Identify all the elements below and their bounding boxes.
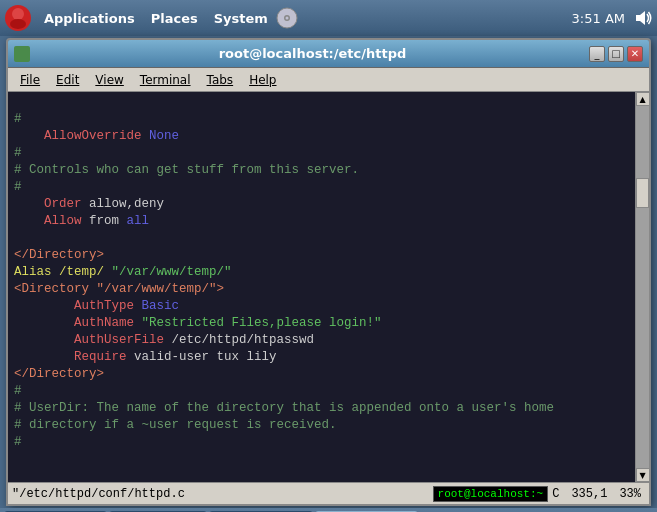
svg-point-2 — [10, 19, 26, 29]
minimize-button[interactable]: _ — [589, 46, 605, 62]
menu-view[interactable]: View — [87, 71, 131, 89]
scroll-up[interactable]: ▲ — [636, 92, 650, 106]
menu-terminal[interactable]: Terminal — [132, 71, 199, 89]
menu-file[interactable]: File — [12, 71, 48, 89]
close-button[interactable]: ✕ — [627, 46, 643, 62]
taskbar-time: 3:51 AM — [572, 11, 625, 26]
statusbar: "/etc/httpd/conf/httpd.c root@localhost:… — [8, 482, 649, 504]
taskbar-applications[interactable]: Applications — [36, 7, 143, 30]
bottom-taskbar: File Manag... $ [root@loc... [Test Page … — [0, 508, 657, 512]
editor-content[interactable]: # AllowOverride None # # Controls who ca… — [8, 92, 635, 482]
scrollbar-track[interactable] — [636, 106, 649, 468]
menu-help[interactable]: Help — [241, 71, 284, 89]
window-controls: _ □ ✕ — [589, 46, 643, 62]
scroll-down[interactable]: ▼ — [636, 468, 650, 482]
menu-tabs[interactable]: Tabs — [199, 71, 242, 89]
status-percent: 33% — [615, 487, 645, 501]
svg-point-5 — [285, 17, 288, 20]
status-terminal[interactable]: root@localhost:~ — [433, 486, 549, 502]
top-taskbar: Applications Places System 3:51 AM — [0, 0, 657, 36]
status-filepath: "/etc/httpd/conf/httpd.c — [12, 487, 433, 501]
volume-icon[interactable] — [633, 8, 653, 28]
menu-edit[interactable]: Edit — [48, 71, 87, 89]
window-title: root@localhost:/etc/httpd — [36, 46, 589, 61]
taskbar-logo — [4, 4, 32, 32]
status-filetype: C — [548, 487, 563, 501]
main-window: root@localhost:/etc/httpd _ □ ✕ File Edi… — [6, 38, 651, 506]
status-position: 335,1 — [563, 487, 615, 501]
maximize-button[interactable]: □ — [608, 46, 624, 62]
svg-marker-6 — [636, 11, 645, 25]
editor-container: # AllowOverride None # # Controls who ca… — [8, 92, 649, 482]
taskbar-menu: Applications Places System — [36, 7, 298, 30]
window-icon — [14, 46, 30, 62]
menubar: File Edit View Terminal Tabs Help — [8, 68, 649, 92]
scrollbar[interactable]: ▲ ▼ — [635, 92, 649, 482]
cd-icon — [276, 7, 298, 29]
scrollbar-thumb[interactable] — [636, 178, 649, 208]
taskbar-system[interactable]: System — [206, 7, 276, 30]
taskbar-places[interactable]: Places — [143, 7, 206, 30]
taskbar-right: 3:51 AM — [572, 8, 653, 28]
svg-point-1 — [12, 8, 24, 20]
titlebar: root@localhost:/etc/httpd _ □ ✕ — [8, 40, 649, 68]
